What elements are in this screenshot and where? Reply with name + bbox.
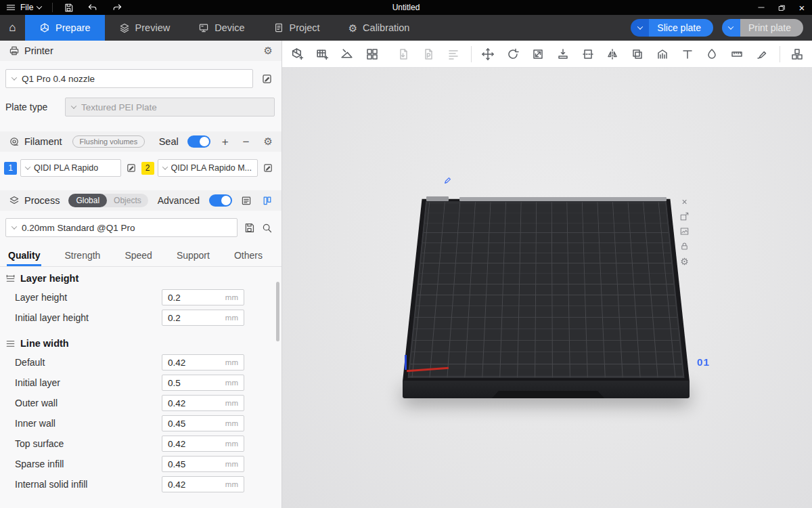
lock-plate-icon[interactable] <box>679 240 690 252</box>
save-icon[interactable] <box>64 3 74 13</box>
import-file-icon[interactable] <box>394 44 413 64</box>
compare-columns-icon[interactable] <box>262 195 273 206</box>
viewport-3d[interactable]: × ⚙ 01 <box>282 68 812 508</box>
process-preset-select[interactable]: 0.20mm Standard @Q1 Pro <box>5 218 238 237</box>
edit-filament-1-icon[interactable] <box>125 161 138 175</box>
scale-icon[interactable] <box>528 44 548 64</box>
color-paint-icon[interactable] <box>752 44 772 64</box>
parameter-list-icon[interactable] <box>241 195 252 206</box>
assembly-view-icon[interactable] <box>787 44 807 64</box>
line-width-internal-solid-infill-input[interactable]: 0.42 mm <box>162 476 244 492</box>
lay-on-face-icon[interactable] <box>553 44 572 64</box>
save-preset-icon[interactable] <box>244 222 255 234</box>
add-object-icon[interactable] <box>288 44 307 64</box>
scope-objects-segment[interactable]: Objects <box>107 194 148 207</box>
line-width-top-surface-input[interactable]: 0.42 mm <box>162 436 244 452</box>
close-button[interactable]: × <box>792 0 812 15</box>
line-width-sparse-infill-input[interactable]: 0.45 mm <box>162 456 244 472</box>
tab-device[interactable]: Device <box>184 15 258 41</box>
file-menu[interactable]: File <box>20 3 33 12</box>
printer-model-select[interactable]: Q1 Pro 0.4 nozzle <box>5 69 253 88</box>
plate-type-select[interactable]: Textured PEI Plate <box>65 98 275 117</box>
seam-paint-icon[interactable] <box>702 44 722 64</box>
process-preset-row: 0.20mm Standard @Q1 Pro <box>0 211 281 243</box>
tab-preview[interactable]: Preview <box>105 15 185 41</box>
home-button[interactable]: ⌂ <box>0 15 25 41</box>
rotate-icon[interactable] <box>503 44 523 64</box>
process-subtabs: Quality Strength Speed Support Others <box>0 243 281 266</box>
filament-2-select[interactable]: QIDI PLA Rapido M... <box>158 159 258 177</box>
scope-global-segment[interactable]: Global <box>68 194 107 207</box>
line-width-outer-wall-input[interactable]: 0.42 mm <box>162 395 244 411</box>
filament-section-header: Filament Flushing volumes Seal + − ⚙ <box>0 131 281 152</box>
subtab-support[interactable]: Support <box>177 250 210 266</box>
chevron-down-icon[interactable] <box>37 3 42 9</box>
search-icon[interactable] <box>261 222 273 234</box>
subtab-speed[interactable]: Speed <box>125 250 152 266</box>
plate-name-edit-icon[interactable] <box>443 176 452 187</box>
edit-filament-2-icon[interactable] <box>261 161 275 175</box>
undo-icon[interactable] <box>87 2 98 13</box>
plate-type-label: Plate type <box>5 102 65 112</box>
text-icon[interactable] <box>677 44 697 64</box>
cut-icon[interactable] <box>578 44 597 64</box>
printer-icon <box>9 45 20 56</box>
plate-handle-notch <box>492 391 604 398</box>
measure-icon[interactable] <box>727 44 747 64</box>
plate-settings-gear-icon[interactable]: ⚙ <box>679 255 690 267</box>
line-width-default-input[interactable]: 0.42 mm <box>162 354 244 371</box>
minimize-button[interactable] <box>751 0 771 15</box>
document-title: Untitled <box>392 3 420 12</box>
advanced-toggle[interactable] <box>209 194 232 207</box>
tab-calibration[interactable]: ⚙ Calibration <box>334 15 424 41</box>
filament-1-badge[interactable]: 1 <box>4 162 17 175</box>
auto-orient-icon[interactable] <box>338 44 357 64</box>
filament-1-select[interactable]: QIDI PLA Rapido <box>20 159 121 177</box>
subtab-strength[interactable]: Strength <box>64 250 100 266</box>
delete-plate-icon[interactable]: × <box>679 196 690 207</box>
support-paint-icon[interactable] <box>652 44 672 64</box>
build-plate-surface[interactable] <box>403 199 690 381</box>
arrange-icon[interactable] <box>362 44 382 64</box>
chevron-down-icon <box>12 224 17 229</box>
printer-settings-gear-icon[interactable]: ⚙ <box>264 45 273 57</box>
arrange-plate-icon[interactable] <box>679 211 690 222</box>
redo-icon[interactable] <box>112 2 122 13</box>
print-dropdown-chevron[interactable] <box>722 19 740 37</box>
param-row: Internal solid infill 0.42 mm <box>0 474 281 494</box>
toolbar-divider <box>471 46 472 62</box>
subtab-others[interactable]: Others <box>234 250 263 266</box>
filament-2-badge[interactable]: 2 <box>141 162 154 175</box>
mesh-boolean-icon[interactable] <box>628 44 648 64</box>
add-plate-icon[interactable] <box>313 44 332 64</box>
layer-height-input[interactable]: 0.2 mm <box>162 289 244 305</box>
initial-layer-height-input[interactable]: 0.2 mm <box>162 310 244 326</box>
plate-snapshot-icon[interactable] <box>679 226 690 237</box>
flushing-volumes-button[interactable]: Flushing volumes <box>72 135 145 148</box>
sidebar-scrollbar[interactable] <box>276 282 279 341</box>
prepare-icon <box>39 22 50 33</box>
param-row: Default 0.42 mm <box>0 352 281 373</box>
param-row: Initial layer 0.5 mm <box>0 373 281 393</box>
plate-number-label[interactable]: 01 <box>697 356 710 368</box>
add-filament-icon[interactable]: + <box>222 136 229 148</box>
print-plate-button[interactable]: Print plate <box>740 19 803 37</box>
seal-toggle[interactable] <box>187 135 210 148</box>
filament-settings-gear-icon[interactable]: ⚙ <box>264 135 273 148</box>
tab-project[interactable]: Project <box>259 15 334 41</box>
maximize-button[interactable] <box>771 0 792 15</box>
slice-plate-button[interactable]: Slice plate <box>649 19 713 37</box>
line-width-initial-layer-input[interactable]: 0.5 mm <box>162 375 244 391</box>
tab-prepare[interactable]: Prepare <box>25 15 105 41</box>
subtab-quality[interactable]: Quality <box>8 250 40 266</box>
hamburger-menu-icon[interactable] <box>5 2 16 13</box>
variable-layer-icon[interactable] <box>443 44 463 64</box>
edit-printer-icon[interactable] <box>260 72 273 85</box>
line-width-inner-wall-input[interactable]: 0.45 mm <box>162 415 244 431</box>
split-parts-icon[interactable] <box>419 44 438 64</box>
move-icon[interactable] <box>478 44 498 64</box>
mirror-icon[interactable] <box>603 44 623 64</box>
slice-dropdown-chevron[interactable] <box>631 19 649 37</box>
param-row: Inner wall 0.45 mm <box>0 413 281 433</box>
remove-filament-icon[interactable]: − <box>243 136 250 148</box>
